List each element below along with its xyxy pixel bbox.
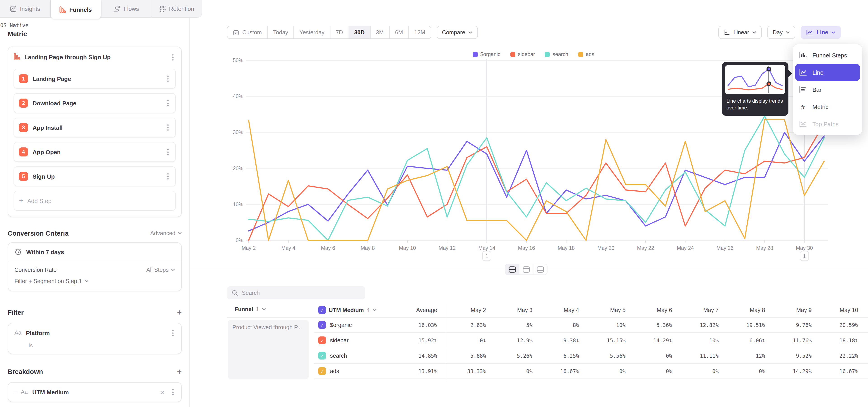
column-may-2: May 2: [471, 307, 486, 313]
step-kebab-icon[interactable]: [164, 148, 171, 156]
breakdown-checkbox[interactable]: ✓: [318, 306, 326, 314]
tab-flows[interactable]: Flows: [101, 0, 152, 17]
advanced-dropdown[interactable]: Advanced: [150, 230, 182, 237]
cell-value: 6.06%: [749, 337, 765, 344]
funnel-step-2[interactable]: 2 Download Page: [13, 93, 176, 113]
svg-text:20%: 20%: [233, 165, 243, 171]
step-kebab-icon[interactable]: [164, 74, 171, 83]
search-input[interactable]: Search: [227, 286, 365, 300]
menu-item-top-paths[interactable]: Top Paths: [793, 115, 862, 132]
menu-item-metric[interactable]: # Metric: [793, 98, 862, 115]
cell-value: 6.25%: [563, 353, 579, 359]
average-value: 16.03%: [418, 322, 437, 328]
add-filter-button[interactable]: +: [177, 308, 182, 317]
compare-button[interactable]: Compare: [436, 26, 478, 39]
svg-text:May 14: May 14: [478, 245, 495, 251]
series-checkbox[interactable]: ✓: [318, 352, 326, 359]
funnel-column-dropdown[interactable]: Funnel1: [235, 306, 266, 312]
cell-value: 8%: [573, 322, 579, 328]
range-12m[interactable]: 12M: [408, 26, 431, 38]
cell-value: 16.67%: [560, 368, 579, 374]
menu-item-line[interactable]: Line: [795, 64, 860, 81]
menu-item-label: Line: [812, 69, 824, 76]
step-kebab-icon[interactable]: [164, 172, 171, 181]
insights-icon: [10, 5, 17, 12]
range-today[interactable]: Today: [267, 26, 293, 38]
breakdown-kebab-icon[interactable]: [169, 388, 176, 396]
filter-kebab-icon[interactable]: [169, 329, 176, 337]
funnel-kebab-icon[interactable]: [169, 53, 176, 61]
search-placeholder: Search: [242, 290, 260, 296]
svg-text:May 12: May 12: [438, 245, 456, 251]
step-kebab-icon[interactable]: [164, 123, 171, 132]
funnel-step-3[interactable]: 3 App Install: [13, 118, 176, 137]
cell-value: 14.29%: [793, 368, 812, 374]
add-breakdown-button[interactable]: +: [177, 368, 182, 376]
funnel-bars-icon: [13, 53, 20, 62]
series-checkbox[interactable]: ✓: [318, 367, 326, 375]
date-range-selector: Custom Today Yesterday 7D 30D 3M 6M 12M: [227, 26, 431, 39]
breakdown-card: ≡ Aa UTM Medium ×: [8, 382, 182, 402]
legend-swatch: [473, 52, 477, 57]
legend-item-search[interactable]: search: [545, 52, 568, 57]
series-checkbox[interactable]: ✓: [318, 321, 326, 329]
range-6m[interactable]: 6M: [389, 26, 408, 38]
range-3m[interactable]: 3M: [370, 26, 389, 38]
range-7d[interactable]: 7D: [330, 26, 348, 38]
interval-dropdown[interactable]: Day: [767, 26, 795, 39]
filter-operator[interactable]: Is: [29, 342, 33, 349]
series-checkbox[interactable]: ✓: [318, 337, 326, 344]
add-step-button[interactable]: + Add Step: [13, 191, 176, 211]
conversion-window[interactable]: Within 7 days: [8, 243, 181, 261]
chart-type-dropdown[interactable]: Line: [801, 26, 841, 39]
split-view-toggle[interactable]: [505, 264, 519, 275]
svg-text:May 6: May 6: [321, 245, 335, 251]
filter-segment-dropdown[interactable]: Filter + Segment on Step 1: [8, 275, 181, 291]
table-body: ✓ $organic 16.03% 2.63%5%8%10%5.36%12.82…: [227, 317, 868, 379]
legend-item-ads[interactable]: ads: [578, 52, 594, 57]
chart-type-tooltip: Line charts display trends over time.: [722, 62, 788, 116]
filter-value[interactable]: iOS Native: [0, 22, 29, 29]
svg-text:50%: 50%: [233, 57, 243, 63]
chart-legend: $organic sidebar search ads: [226, 52, 841, 57]
tab-insights[interactable]: Insights: [0, 0, 51, 17]
cell-value: 16.67%: [839, 368, 858, 374]
annotation-marker[interactable]: 1: [483, 251, 491, 261]
funnel-name-cell[interactable]: Product Viewed through P...: [228, 320, 309, 379]
range-30d[interactable]: 30D: [348, 26, 370, 38]
scale-dropdown[interactable]: Linear: [719, 26, 762, 39]
series-name: search: [330, 353, 347, 359]
menu-item-bar[interactable]: Bar: [793, 81, 862, 98]
range-custom[interactable]: Custom: [227, 26, 267, 38]
menu-item-funnel-steps[interactable]: Funnel Steps: [793, 46, 862, 64]
cell-value: 14.29%: [653, 337, 672, 344]
all-steps-dropdown[interactable]: All Steps: [146, 267, 175, 273]
tab-funnels[interactable]: Funnels: [51, 0, 101, 19]
cell-value: 12.82%: [700, 322, 719, 328]
range-yesterday[interactable]: Yesterday: [293, 26, 330, 38]
breakdown-column-dropdown[interactable]: ✓ UTM Medium4: [318, 306, 376, 314]
legend-label: ads: [586, 52, 594, 57]
cell-value: 22.22%: [839, 353, 858, 359]
annotation-marker[interactable]: 1: [800, 251, 809, 261]
filter-property[interactable]: Platform: [26, 330, 165, 336]
app: Insights Funnels Flows Retention Metric …: [0, 0, 868, 407]
retention-icon: [159, 5, 166, 12]
funnel-step-1[interactable]: 1 Landing Page: [13, 69, 176, 89]
funnel-step-4[interactable]: 4 App Open: [13, 142, 176, 162]
breakdown-property[interactable]: UTM Medium: [32, 389, 155, 396]
remove-breakdown-icon[interactable]: ×: [159, 389, 165, 396]
svg-text:40%: 40%: [233, 93, 243, 99]
chart-view-toggle[interactable]: [519, 264, 533, 275]
funnel-step-5[interactable]: 5 Sign Up: [13, 166, 176, 186]
step-kebab-icon[interactable]: [164, 99, 171, 107]
table-view-icon: [537, 266, 544, 273]
legend-item-sidebar[interactable]: sidebar: [510, 52, 535, 57]
svg-text:May 24: May 24: [677, 245, 694, 251]
column-may-10: May 10: [839, 307, 858, 313]
legend-item--organic[interactable]: $organic: [473, 52, 500, 57]
cell-value: 9.38%: [563, 337, 579, 344]
tab-retention[interactable]: Retention: [152, 0, 202, 17]
drag-handle-icon[interactable]: ≡: [13, 389, 16, 395]
table-view-toggle[interactable]: [533, 264, 547, 275]
